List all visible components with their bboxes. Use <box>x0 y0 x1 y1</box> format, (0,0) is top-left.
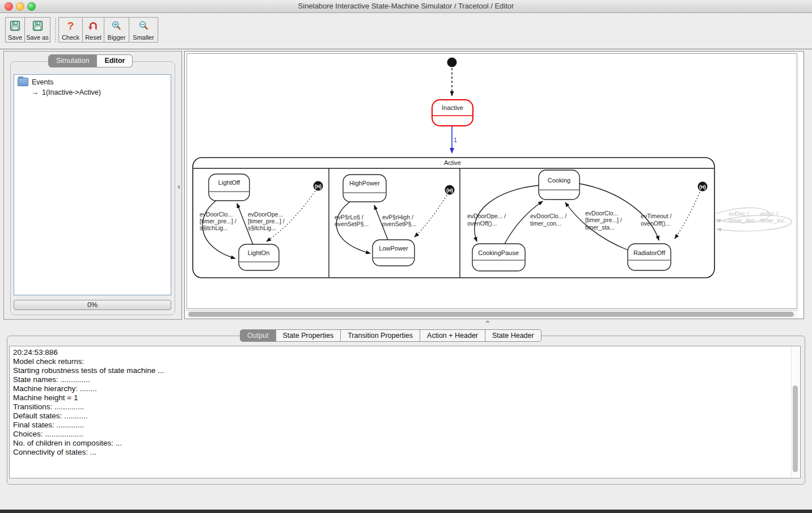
log-line: State names: .............. <box>13 375 788 384</box>
tab-simulation[interactable]: Simulation <box>48 54 97 67</box>
tab-state-header[interactable]: State Header <box>485 329 542 342</box>
tree-item-event-1-label: 1(Inactive->Active) <box>42 88 101 96</box>
svg-text:(H): (H) <box>315 184 322 189</box>
save-button[interactable]: Save <box>5 17 25 43</box>
state-active-label: Active <box>444 159 461 166</box>
tab-transition-properties[interactable]: Transition Properties <box>341 329 420 342</box>
log-line: Choices: .................. <box>13 430 788 439</box>
initial-state-dot[interactable] <box>447 58 457 67</box>
log-line: Starting robustness tests of state machi… <box>13 366 788 375</box>
diagram-canvas[interactable]: Inactive 1 Active LightOff <box>184 51 804 319</box>
svg-text:timer_con...: timer_con... <box>530 220 561 227</box>
left-tab-strip: Simulation Editor <box>48 54 133 67</box>
bottom-tab-strip: Output State Properties Transition Prope… <box>240 329 542 342</box>
smaller-button[interactable]: Smaller <box>129 17 158 43</box>
tab-state-properties[interactable]: State Properties <box>276 329 341 342</box>
svg-text:evDoorClo...: evDoorClo... <box>585 210 618 217</box>
svg-text:[timer_pre...] /: [timer_pre...] / <box>200 218 236 224</box>
simulation-panel: Simulation Editor Events → 1(Inactive->A… <box>3 51 182 320</box>
svg-text:evP§rLo§ /: evP§rLo§ / <box>335 214 363 221</box>
log-line: No. of children in composites: ... <box>13 439 788 448</box>
state-lightoff[interactable]: LightOff <box>209 174 249 201</box>
state-lowpower[interactable]: LowPower <box>373 240 415 266</box>
svg-text:evDoorClo... /: evDoorClo... / <box>530 213 566 219</box>
svg-text:s§itchLig...: s§itchLig... <box>248 224 276 231</box>
bigger-button[interactable]: Bigger <box>104 17 129 43</box>
state-highpower[interactable]: HighPower <box>343 175 386 202</box>
state-cookingpause[interactable]: CookingPause <box>472 244 525 271</box>
app-window: Sinelabore Interactive State-Machine Sim… <box>0 0 812 513</box>
log-line: Transitions: .............. <box>13 402 788 412</box>
events-tree: Events → 1(Inactive->Active) <box>14 74 171 295</box>
history-icon[interactable]: (H) <box>698 182 708 192</box>
reset-button[interactable]: Reset <box>82 17 104 43</box>
log-line: Final states: ............. <box>13 421 788 430</box>
save-as-icon: ? <box>32 18 42 34</box>
state-lighton-label: LightOn <box>248 249 270 256</box>
progress-bar: 0% <box>14 300 171 310</box>
state-radiatoroff[interactable]: RadiatorOff <box>628 244 671 270</box>
svg-text:timer_inc...: timer_inc... <box>760 217 789 224</box>
output-vertical-scrollbar[interactable] <box>791 347 800 477</box>
toolbar-separator <box>55 18 56 42</box>
tree-node-events-label: Events <box>32 78 53 86</box>
splitter-collapse-icon[interactable] <box>177 185 180 189</box>
output-log: 20:24:53:886 Model check returns: Starti… <box>9 346 801 478</box>
svg-text:ovenSetP§...: ovenSetP§... <box>382 221 416 227</box>
state-cookingpause-label: CookingPause <box>478 249 519 256</box>
history-icon[interactable]: (H) <box>445 185 455 195</box>
check-question-icon: ? <box>67 18 74 34</box>
svg-text:timer_dec...: timer_dec... <box>729 217 760 224</box>
log-line: Model check returns: <box>13 357 788 366</box>
tree-node-events[interactable]: Events <box>18 78 171 86</box>
state-lighton[interactable]: LightOn <box>239 244 279 270</box>
tab-output[interactable]: Output <box>240 329 276 342</box>
zoom-in-icon <box>111 18 122 34</box>
smaller-button-label: Smaller <box>133 34 154 41</box>
transition-label-cook-timeout: evTimeout / ovenOff()... <box>641 213 672 227</box>
log-line: Connectivity of states: ... <box>13 448 788 457</box>
svg-text:evDec /: evDec / <box>729 210 749 217</box>
canvas-horizontal-scrollbar[interactable] <box>187 310 798 319</box>
state-highpower-label: HighPower <box>349 180 380 186</box>
check-button[interactable]: ? Check <box>58 17 83 43</box>
title-bar: Sinelabore Interactive State-Machine Sim… <box>0 0 812 13</box>
svg-text:ovenOff()...: ovenOff()... <box>467 220 497 227</box>
svg-text:evDoorOpe... /: evDoorOpe... / <box>467 213 506 219</box>
tab-editor[interactable]: Editor <box>97 54 133 67</box>
log-line: Machine hierarchy: ........ <box>13 384 788 393</box>
save-as-button[interactable]: ? Save as <box>24 17 50 43</box>
canvas-hscroll-thumb[interactable] <box>188 312 794 317</box>
transition-1-label: 1 <box>454 137 457 143</box>
output-vscroll-thumb[interactable] <box>793 385 798 472</box>
tree-item-event-1[interactable]: → 1(Inactive->Active) <box>31 88 171 96</box>
state-cooking[interactable]: Cooking <box>539 170 580 200</box>
window-bottom-edge <box>0 510 812 513</box>
svg-text:evP§rHigh /: evP§rHigh / <box>382 214 413 221</box>
zoom-out-icon <box>138 18 149 34</box>
save-icon <box>10 18 20 34</box>
svg-text:[timer_pre...] /: [timer_pre...] / <box>585 217 622 223</box>
svg-text:timer_sta...: timer_sta... <box>585 224 615 231</box>
state-lowpower-label: LowPower <box>379 245 408 252</box>
state-lightoff-label: LightOff <box>218 179 240 186</box>
state-inactive[interactable]: Inactive <box>432 100 473 126</box>
state-radiatoroff-label: RadiatorOff <box>633 249 666 256</box>
save-as-button-label: Save as <box>26 34 49 41</box>
log-line: Machine height = 1 <box>13 393 788 402</box>
folder-icon <box>18 78 28 86</box>
check-button-label: Check <box>62 34 79 41</box>
transition-label-evdec: evDec / timer_dec... <box>729 210 760 224</box>
reset-uturn-icon <box>88 18 99 34</box>
history-icon[interactable]: (H) <box>314 181 323 191</box>
event-arrow-icon: → <box>31 88 39 96</box>
svg-text:ovenOff()...: ovenOff()... <box>641 220 670 227</box>
state-cooking-label: Cooking <box>548 177 570 184</box>
window-title: Sinelabore Interactive State-Machine Sim… <box>0 0 812 12</box>
svg-text:[timer_pre...] /: [timer_pre...] / <box>248 218 285 224</box>
splitter-collapse-bottom-icon[interactable] <box>485 320 490 323</box>
bigger-button-label: Bigger <box>108 34 126 41</box>
tab-action-header[interactable]: Action + Header <box>420 329 485 342</box>
svg-text:(H): (H) <box>699 184 706 190</box>
transition-label-evinc: evInc / timer_inc... <box>760 210 789 224</box>
